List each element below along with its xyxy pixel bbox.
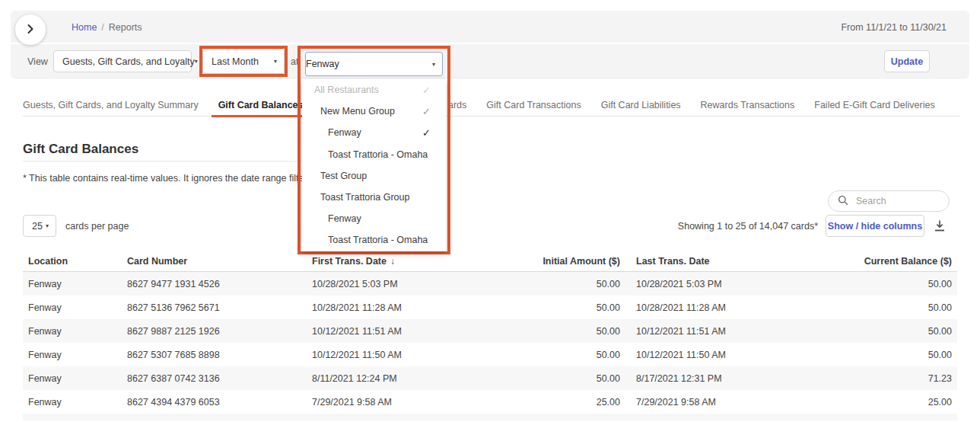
tab-rewards-transactions[interactable]: Rewards Transactions — [701, 95, 795, 117]
date-range-value: Last Month — [203, 56, 259, 67]
column-header-label: Location — [28, 256, 68, 267]
location-option-new-menu-group[interactable]: New Menu Group✓ — [302, 101, 446, 122]
caret-down-icon: ▾ — [274, 58, 284, 65]
location-option-label: Toast Trattoria Group — [320, 192, 409, 203]
cell-first-trans-date: 8/11/2021 12:24 PM — [307, 373, 494, 384]
cell-current-balance: 71.23 — [816, 373, 957, 384]
cell-location: Fenway — [23, 373, 122, 384]
cell-initial-amount: 50.00 — [494, 373, 625, 384]
per-page-select[interactable]: 25 ▾ — [23, 215, 56, 237]
location-option-all-restaurants: All Restaurants✓ — [302, 79, 446, 101]
column-header-location[interactable]: Location — [23, 256, 122, 267]
tab-guests-gift-cards-and-loyalty-summary[interactable]: Guests, Gift Cards, and Loyalty Summary — [23, 95, 199, 117]
sort-desc-icon: ↓ — [390, 256, 395, 267]
check-icon: ✓ — [422, 127, 431, 139]
report-filter-bar: View Guests, Gift Cards, and Loyalty ▾ L… — [11, 44, 969, 78]
cell-current-balance: 50.00 — [816, 326, 957, 337]
breadcrumb-current: Reports — [109, 22, 142, 33]
search-input[interactable] — [854, 195, 938, 207]
tab-group-left: Guests, Gift Cards, and Loyalty SummaryG… — [23, 95, 303, 117]
search-icon — [829, 195, 848, 208]
report-tabs: Guests, Gift Cards, and Loyalty SummaryG… — [23, 95, 959, 117]
cell-current-balance: 50.00 — [816, 302, 957, 313]
table-row: Fenway8627 6387 0742 31368/11/2021 12:24… — [23, 366, 957, 390]
cell-first-trans-date: 10/28/2021 11:28 AM — [307, 302, 494, 313]
per-page-label: cards per page — [65, 215, 129, 237]
location-option-label: All Restaurants — [314, 85, 379, 95]
report-type-select[interactable]: Guests, Gift Cards, and Loyalty ▾ — [53, 50, 192, 72]
download-icon[interactable] — [934, 220, 945, 234]
breadcrumb-separator: / — [101, 22, 103, 33]
show-hide-columns-button[interactable]: Show / hide columns — [826, 215, 924, 237]
view-label: View — [27, 44, 48, 78]
location-option-fenway[interactable]: Fenway✓ — [302, 122, 446, 143]
tab-ards[interactable]: ards — [448, 95, 466, 117]
location-option-toast-trattoria-omaha[interactable]: Toast Trattoria - Omaha — [302, 229, 446, 251]
column-header-initial-amount[interactable]: Initial Amount ($) — [494, 256, 625, 267]
location-option-fenway[interactable]: Fenway — [302, 208, 446, 229]
cell-card-number: 8627 9887 2125 1926 — [122, 326, 307, 337]
cell-location: Fenway — [23, 350, 122, 360]
table-row: Fenway8627 5307 7685 889810/12/2021 11:5… — [23, 343, 957, 366]
cell-last-trans-date: 10/28/2021 11:28 AM — [625, 302, 816, 313]
breadcrumb: Home / Reports — [72, 11, 142, 43]
cell-first-trans-date: 10/12/2021 11:51 AM — [307, 326, 494, 337]
table-footnote: * This table contains real-time values. … — [23, 173, 309, 184]
table-row: Fenway8627 5136 7962 567110/28/2021 11:2… — [23, 296, 957, 319]
chevron-right-icon — [27, 24, 34, 37]
sidebar-expand-button[interactable] — [15, 14, 46, 45]
cell-location: Fenway — [23, 302, 122, 313]
cell-location: Fenway — [23, 279, 122, 289]
column-header-last-trans-date[interactable]: Last Trans. Date — [625, 256, 816, 267]
tab-failed-e-gift-card-deliveries[interactable]: Failed E-Gift Card Deliveries — [814, 95, 934, 117]
location-option-label: Test Group — [320, 171, 367, 181]
location-dropdown-panel: All Restaurants✓New Menu Group✓Fenway✓To… — [302, 79, 446, 251]
tab-gift-card-liabilities[interactable]: Gift Card Liabilities — [601, 95, 681, 117]
cell-first-trans-date: 10/12/2021 11:50 AM — [307, 350, 494, 360]
cell-last-trans-date: 10/12/2021 11:51 AM — [625, 326, 816, 337]
cell-initial-amount: 50.00 — [494, 350, 625, 360]
cell-card-number: 8627 4394 4379 6053 — [122, 397, 307, 408]
check-icon: ✓ — [422, 85, 431, 96]
column-header-label: Initial Amount ($) — [542, 256, 620, 267]
column-header-current-balance[interactable]: Current Balance ($) — [816, 256, 957, 267]
tab-gift-card-transactions[interactable]: Gift Card Transactions — [486, 95, 581, 117]
caret-down-icon: ▾ — [46, 222, 56, 229]
location-option-label: Toast Trattoria - Omaha — [328, 235, 428, 245]
gift-card-balances-table: LocationCard NumberFirst Trans. Date↓Ini… — [23, 251, 957, 414]
location-select[interactable]: Fenway ▾ — [305, 52, 443, 76]
tab-gift-card-balances[interactable]: Gift Card Balances — [218, 95, 304, 117]
column-header-first-trans-date[interactable]: First Trans. Date↓ — [307, 256, 494, 267]
cell-first-trans-date: 7/29/2021 9:58 AM — [307, 397, 494, 408]
caret-down-icon: ▾ — [432, 61, 442, 68]
cell-last-trans-date: 10/28/2021 5:03 PM — [625, 279, 816, 289]
table-body: Fenway8627 9477 1931 452610/28/2021 5:03… — [23, 272, 957, 414]
breadcrumb-home-link[interactable]: Home — [72, 22, 97, 33]
column-header-label: First Trans. Date — [312, 256, 387, 267]
date-range-select[interactable]: Last Month ▾ — [202, 49, 285, 74]
column-header-label: Card Number — [127, 256, 187, 267]
cell-last-trans-date: 7/29/2021 9:58 AM — [625, 397, 816, 408]
cell-location: Fenway — [23, 326, 122, 337]
table-header-row: LocationCard NumberFirst Trans. Date↓Ini… — [23, 251, 957, 272]
update-button[interactable]: Update — [884, 50, 930, 72]
location-option-toast-trattoria-omaha[interactable]: Toast Trattoria - Omaha — [302, 144, 446, 165]
location-option-label: Fenway — [328, 213, 361, 224]
location-option-toast-trattoria-group[interactable]: Toast Trattoria Group — [302, 187, 446, 208]
column-header-card-number[interactable]: Card Number — [122, 256, 307, 267]
location-option-test-group[interactable]: Test Group — [302, 165, 446, 187]
per-page-value: 25 — [24, 221, 43, 232]
cell-current-balance: 50.00 — [816, 279, 957, 289]
cell-location: Fenway — [23, 397, 122, 408]
cell-card-number: 8627 5307 7685 8898 — [122, 350, 307, 360]
tab-group-right: ardsGift Card TransactionsGift Card Liab… — [448, 95, 935, 117]
cell-initial-amount: 50.00 — [494, 279, 625, 289]
location-option-label: Fenway — [328, 127, 361, 138]
date-range-highlight-box: Last Month ▾ — [199, 46, 288, 77]
cell-card-number: 8627 9477 1931 4526 — [122, 279, 307, 289]
cell-initial-amount: 25.00 — [494, 397, 625, 408]
column-header-label: Current Balance ($) — [864, 256, 952, 267]
table-row: Fenway8627 9477 1931 452610/28/2021 5:03… — [23, 272, 957, 296]
table-row-partial — [23, 414, 957, 420]
search-box[interactable] — [828, 190, 950, 212]
